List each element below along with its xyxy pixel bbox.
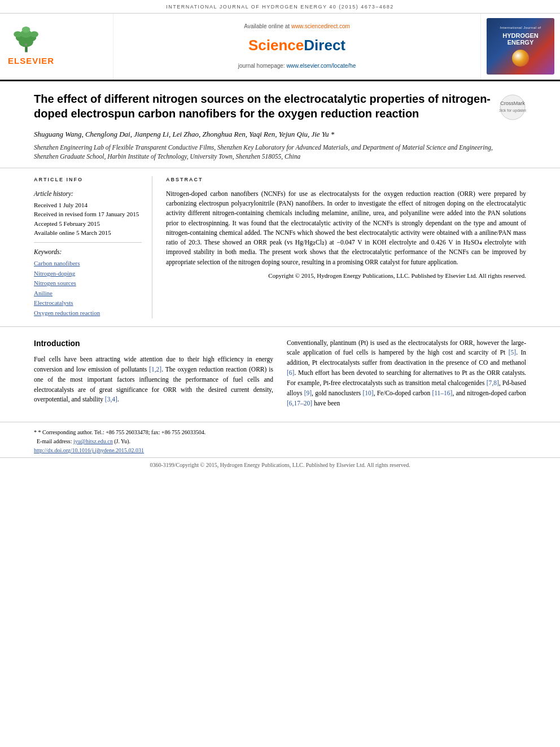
cover-intl-label: International Journal of bbox=[500, 26, 541, 30]
journal-cover-section: International Journal of HYDROGEN ENERGY bbox=[481, 14, 560, 80]
footnote-doi: http://dx.doi.org/10.1016/j.ijhydene.201… bbox=[34, 446, 526, 455]
article-affiliation: Shenzhen Engineering Lab of Flexible Tra… bbox=[34, 143, 493, 161]
elsevier-logo: ELSEVIER bbox=[8, 27, 105, 67]
keyword-carbon-nanofibers[interactable]: Carbon nanofibers bbox=[34, 259, 142, 269]
ref-3-4-link[interactable]: [3,4] bbox=[105, 396, 117, 403]
svg-point-7 bbox=[22, 27, 30, 33]
accepted-date: Accepted 5 February 2015 bbox=[34, 219, 142, 229]
elsevier-tree-icon bbox=[8, 27, 45, 55]
crossmark-badge: CrossMark click for updates bbox=[499, 94, 526, 121]
cover-title-label: HYDROGEN ENERGY bbox=[490, 32, 551, 46]
keywords-label: Keywords: bbox=[34, 247, 142, 256]
footnote-section: * * Corresponding author. Tel.: +86 755 … bbox=[0, 422, 560, 457]
received-date: Received 1 July 2014 bbox=[34, 200, 142, 210]
ref-10-link[interactable]: [10] bbox=[362, 390, 373, 396]
ref-7-8-link[interactable]: [7,8] bbox=[487, 379, 499, 386]
divider bbox=[34, 242, 142, 243]
article-info-abstract-section: ARTICLE INFO Article history: Received 1… bbox=[0, 168, 560, 326]
ref-5-link[interactable]: [5] bbox=[509, 349, 516, 356]
sciencedirect-brand: ScienceDirect bbox=[248, 35, 345, 55]
svg-point-5 bbox=[14, 31, 22, 37]
keyword-oxygen-reduction[interactable]: Oxygen reduction reaction bbox=[34, 308, 142, 318]
journal-banner-text: INTERNATIONAL JOURNAL OF HYDROGEN ENERGY… bbox=[166, 4, 394, 10]
email-attribution: (J. Yu). bbox=[114, 438, 130, 444]
ref-1-2-link[interactable]: [1,2] bbox=[149, 366, 161, 373]
keyword-aniline[interactable]: Aniline bbox=[34, 289, 142, 299]
ref-11-16-link[interactable]: [11–16] bbox=[432, 390, 452, 396]
cover-sphere-graphic bbox=[512, 50, 529, 67]
abstract-copyright: Copyright © 2015, Hydrogen Energy Public… bbox=[166, 272, 526, 280]
revised-date: Received in revised form 17 January 2015 bbox=[34, 209, 142, 219]
keyword-nitrogen-sources[interactable]: Nitrogen sources bbox=[34, 278, 142, 289]
article-info-column: ARTICLE INFO Article history: Received 1… bbox=[34, 176, 152, 318]
crossmark-icon: CrossMark click for updates bbox=[499, 94, 526, 121]
introduction-right-column: Conventionally, plantinum (Pt) is used a… bbox=[287, 338, 526, 409]
sciencedirect-url[interactable]: www.sciencedirect.com bbox=[291, 23, 350, 29]
abstract-body: Nitrogen-doped carbon nanofibers (NCNFs)… bbox=[166, 189, 526, 267]
article-title-section: The effect of different nitrogen sources… bbox=[0, 81, 560, 169]
ref-6-17-20-link[interactable]: [6,17–20] bbox=[287, 400, 312, 407]
article-main-title: The effect of different nitrogen sources… bbox=[34, 91, 493, 121]
journal-homepage-link[interactable]: www.elsevier.com/locate/he bbox=[286, 63, 356, 69]
publisher-logo-section: ELSEVIER bbox=[0, 14, 113, 80]
introduction-heading: Introduction bbox=[34, 338, 273, 350]
doi-link[interactable]: http://dx.doi.org/10.1016/j.ijhydene.201… bbox=[34, 447, 144, 453]
abstract-label: ABSTRACT bbox=[166, 176, 526, 184]
footnote-corresponding: * * Corresponding author. Tel.: +86 755 … bbox=[34, 428, 526, 437]
email-link[interactable]: jyu@hitsz.edu.cn bbox=[73, 438, 113, 444]
svg-point-6 bbox=[30, 31, 38, 37]
svg-text:CrossMark: CrossMark bbox=[500, 101, 525, 106]
article-authors: Shuguang Wang, Chenglong Dai, Jianpeng L… bbox=[34, 129, 493, 140]
journal-homepage-text: journal homepage: www.elsevier.com/locat… bbox=[238, 62, 356, 70]
ref-9-link[interactable]: [9] bbox=[304, 390, 312, 396]
article-info-label: ARTICLE INFO bbox=[34, 176, 142, 184]
sciencedirect-section: Available online at www.sciencedirect.co… bbox=[113, 14, 481, 80]
page-header: ELSEVIER Available online at www.science… bbox=[0, 14, 560, 81]
ref-6-link[interactable]: [6] bbox=[287, 369, 294, 376]
introduction-left-text: Fuel cells have been attracting wide att… bbox=[34, 355, 273, 405]
available-date: Available online 5 March 2015 bbox=[34, 228, 142, 238]
available-online-text: Available online at www.sciencedirect.co… bbox=[244, 23, 350, 30]
elsevier-brand-text: ELSEVIER bbox=[8, 55, 54, 67]
abstract-column: ABSTRACT Nitrogen-doped carbon nanofiber… bbox=[166, 176, 526, 318]
keyword-nitrogen-doping[interactable]: Nitrogen-doping bbox=[34, 269, 142, 279]
article-title-block: The effect of different nitrogen sources… bbox=[34, 91, 493, 161]
copyright-footer: 0360-3199/Copyright © 2015, Hydrogen Ene… bbox=[0, 457, 560, 473]
journal-banner: INTERNATIONAL JOURNAL OF HYDROGEN ENERGY… bbox=[0, 0, 560, 14]
svg-point-8 bbox=[25, 43, 27, 46]
introduction-section: Introduction Fuel cells have been attrac… bbox=[0, 327, 560, 420]
keyword-electrocatalysts[interactable]: Electrocatalysts bbox=[34, 298, 142, 308]
article-history-label: Article history: bbox=[34, 189, 142, 198]
introduction-right-text: Conventionally, plantinum (Pt) is used a… bbox=[287, 338, 526, 409]
introduction-left-column: Introduction Fuel cells have been attrac… bbox=[34, 338, 273, 409]
svg-point-9 bbox=[500, 95, 525, 120]
journal-cover-image: International Journal of HYDROGEN ENERGY bbox=[487, 18, 554, 75]
footnote-email: E-mail address: jyu@hitsz.edu.cn (J. Yu)… bbox=[34, 437, 526, 446]
svg-text:click for updates: click for updates bbox=[499, 108, 526, 113]
